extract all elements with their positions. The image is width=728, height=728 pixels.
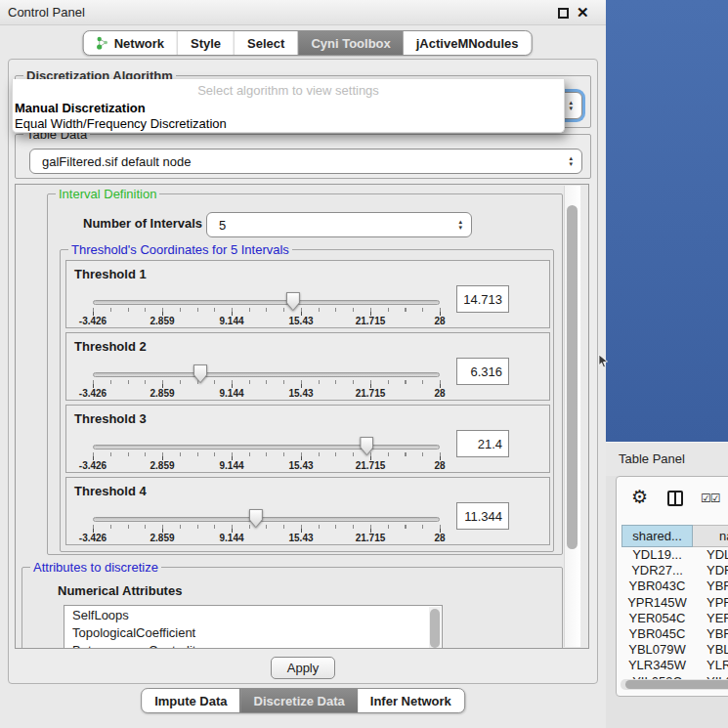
settings-scrollbar-thumb[interactable] xyxy=(567,205,578,549)
thresholds-group-label: Threshold's Coordinates for 5 Intervals xyxy=(68,242,292,257)
dropdown-option-equal-width[interactable]: Equal Width/Frequency Discretization xyxy=(13,116,564,132)
dropdown-option-manual[interactable]: Manual Discretization xyxy=(13,101,564,116)
slider-tick-label: 28 xyxy=(434,460,445,471)
tab-cyni-toolbox[interactable]: Cyni Toolbox xyxy=(297,31,403,55)
cell: YLR3 xyxy=(707,658,728,672)
table-data-groupbox: Table Data galFiltered.sif default node … xyxy=(15,134,591,179)
slider-tick-label: 28 xyxy=(434,316,445,326)
table-row[interactable]: YBL079WYBL0 xyxy=(621,642,728,658)
slider-tick-label: 15.43 xyxy=(288,316,313,326)
threshold-value-field[interactable]: 21.4 xyxy=(456,430,509,457)
cell: YBL0 xyxy=(707,642,728,657)
slider-tick-label: 28 xyxy=(434,533,445,543)
tab-label: jActiveMNodules xyxy=(416,36,519,51)
slider-tick-label: 2.859 xyxy=(150,316,174,326)
threshold-value-field[interactable]: 11.344 xyxy=(456,502,509,530)
column-header-shared-name[interactable]: shared... xyxy=(621,525,693,547)
control-panel-tabbar: Network Style Select Cyni Toolbox jActiv… xyxy=(83,30,533,56)
list-scrollbar[interactable] xyxy=(429,607,441,649)
list-scrollbar-thumb[interactable] xyxy=(430,609,440,648)
threshold-4-panel: Threshold 4 -3.4262.8599.14415.4321.7152… xyxy=(65,477,550,545)
cyni-toolbox-panel: Discretization Algorithm ▴▾ Table Data g… xyxy=(8,59,598,684)
threshold-slider-track[interactable] xyxy=(93,372,440,377)
spinner-arrows-icon: ▴▾ xyxy=(458,219,462,231)
cell: YBR045C xyxy=(621,626,693,641)
slider-tick-label: 2.859 xyxy=(150,388,174,399)
tab-network[interactable]: Network xyxy=(84,31,177,55)
threshold-value-field[interactable]: 14.713 xyxy=(456,285,509,313)
table-row[interactable]: YPR145WYPR1 xyxy=(621,595,728,611)
threshold-label: Threshold 1 xyxy=(74,267,147,281)
float-window-icon[interactable] xyxy=(558,8,569,19)
threshold-2-panel: Threshold 2 -3.4262.8599.14415.4321.7152… xyxy=(65,332,550,401)
cell: YBR0 xyxy=(707,578,728,593)
tab-infer-network[interactable]: Infer Network xyxy=(358,689,464,712)
slider-tick-label: 28 xyxy=(434,388,445,399)
gear-icon[interactable]: ⚙ xyxy=(631,486,648,508)
apply-button[interactable]: Apply xyxy=(271,657,335,679)
threshold-1-panel: Threshold 1 -3.4262.8599.14415.4321.7152… xyxy=(65,260,550,328)
tab-impute-data[interactable]: Impute Data xyxy=(142,689,239,712)
slider-tick-label: 21.715 xyxy=(356,533,386,543)
table-panel-title: Table Panel xyxy=(619,451,685,466)
algorithm-dropdown-popup: Select algorithm to view settings Manual… xyxy=(12,79,565,133)
tab-style[interactable]: Style xyxy=(177,31,234,55)
cell: YPR1 xyxy=(707,595,728,610)
tab-label: Select xyxy=(247,36,284,51)
interval-definition-label: Interval Definition xyxy=(56,187,159,201)
close-icon[interactable]: ✕ xyxy=(577,3,589,22)
select-columns-icon[interactable]: ☑☑ xyxy=(701,492,720,505)
list-item[interactable]: TopologicalCoefficient xyxy=(64,623,442,641)
list-item[interactable]: SelfLoops xyxy=(64,606,442,623)
table-data-combobox[interactable]: galFiltered.sif default node ▴▾ xyxy=(29,149,582,174)
tab-discretize-data[interactable]: Discretize Data xyxy=(240,689,358,712)
settings-scrollbar[interactable] xyxy=(564,186,580,647)
slider-tick-label: 21.715 xyxy=(356,460,386,471)
column-header-label: na xyxy=(719,529,728,543)
threshold-value-field[interactable]: 6.316 xyxy=(456,358,509,385)
slider-tick-labels: -3.4262.8599.14415.4321.71528 xyxy=(93,388,440,400)
table-hscrollbar[interactable] xyxy=(621,679,728,690)
table-row[interactable]: YER054CYER0 xyxy=(621,611,728,626)
table-row[interactable]: YBR045CYBR0 xyxy=(621,626,728,642)
table-panel-card: ⚙ ☑☑ shared... na YDL19...YDL1 YDR27...Y… xyxy=(616,476,728,697)
network-icon xyxy=(97,36,109,51)
table-row[interactable]: YDR27...YDR2 xyxy=(621,563,728,578)
tab-select[interactable]: Select xyxy=(234,31,297,55)
control-panel-titlebar: Control Panel ✕ xyxy=(0,0,606,25)
cell: YBR0 xyxy=(707,626,728,641)
threshold-label: Threshold 3 xyxy=(74,411,147,426)
table-row[interactable]: YBR043CYBR0 xyxy=(621,578,728,594)
cell: YER0 xyxy=(707,611,728,625)
threshold-slider-track[interactable] xyxy=(93,517,440,522)
numerical-attributes-title: Numerical Attributes xyxy=(58,583,182,598)
table-hscrollbar-thumb[interactable] xyxy=(625,680,728,689)
control-panel-window: Control Panel ✕ Network Style Select Cyn… xyxy=(0,0,606,728)
attributes-group-label: Attributes to discretize xyxy=(30,560,161,575)
list-item[interactable]: BetweennessCentrality xyxy=(64,641,442,649)
slider-tick-label: 15.43 xyxy=(288,460,313,471)
slider-tick-label: 15.43 xyxy=(288,533,313,543)
column-header-name[interactable]: na xyxy=(693,525,728,547)
network-desktop: GAL80GACGAL11GAL4GCY1HHAP2 xyxy=(606,0,728,442)
slider-ticks xyxy=(93,380,441,388)
tab-jactivemnodules[interactable]: jActiveMNodules xyxy=(404,31,532,55)
slider-tick-labels: -3.4262.8599.14415.4321.71528 xyxy=(93,316,440,327)
thresholds-groupbox: Threshold's Coordinates for 5 Intervals … xyxy=(60,249,554,552)
split-columns-icon[interactable] xyxy=(667,491,683,506)
table-panel-header: Table Panel xyxy=(606,442,728,476)
slider-tick-label: -3.426 xyxy=(79,388,107,399)
num-intervals-spinner[interactable]: 5 ▴▾ xyxy=(206,212,472,237)
interval-definition-groupbox: Interval Definition Number of Intervals … xyxy=(47,193,563,555)
cell: YBR043C xyxy=(621,578,693,593)
tab-label: Network xyxy=(114,36,164,51)
slider-tick-labels: -3.4262.8599.14415.4321.71528 xyxy=(93,533,440,544)
threshold-slider-track[interactable] xyxy=(93,300,440,305)
table-row[interactable]: YLR345WYLR3 xyxy=(621,658,728,673)
slider-tick-label: 2.859 xyxy=(150,460,174,471)
cell: YDR2 xyxy=(707,563,728,578)
threshold-slider-track[interactable] xyxy=(93,445,440,450)
slider-tick-label: 9.144 xyxy=(219,460,243,471)
table-row[interactable]: YDL19...YDL1 xyxy=(621,547,728,563)
attributes-list: SelfLoops TopologicalCoefficient Between… xyxy=(64,605,443,649)
